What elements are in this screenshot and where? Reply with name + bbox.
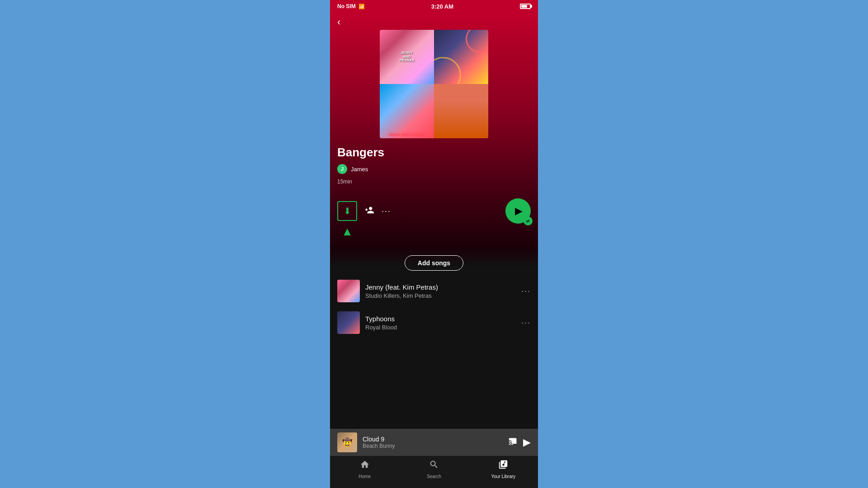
status-bar: No SIM 📶 3:20 AM xyxy=(330,0,538,13)
controls-row: ⬇ ▲ ··· ▶ ⇌ xyxy=(330,197,538,228)
cover-art-royal-blood xyxy=(434,30,488,84)
playlist-duration: 15min xyxy=(337,178,531,185)
song-item-2: Typhoons Royal Blood ··· xyxy=(330,307,538,338)
song-thumb-2 xyxy=(337,311,360,334)
cover-cell-1: JENNYANDPETRAS xyxy=(380,30,434,84)
back-row: ‹ xyxy=(330,13,538,30)
cover-art-desert xyxy=(434,84,488,138)
cast-icon[interactable] xyxy=(509,437,518,448)
song-title-1: Jenny (feat. Kim Petras) xyxy=(365,283,516,291)
status-right xyxy=(520,4,531,9)
cover-art-fnf: FRIDAY NIGHT FUNKIN' xyxy=(380,84,434,138)
rb-circle-1 xyxy=(466,30,488,52)
shuffle-badge: ⇌ xyxy=(524,216,533,225)
battery-fill xyxy=(521,5,528,8)
now-playing-controls: ▶ xyxy=(509,436,531,448)
now-playing-info: Cloud 9 Beach Bunny xyxy=(363,436,503,449)
cover-art-jenny: JENNYANDPETRAS xyxy=(400,51,414,63)
shuffle-icon: ⇌ xyxy=(526,219,530,223)
now-playing-artist: Beach Bunny xyxy=(363,443,503,449)
back-button[interactable]: ‹ xyxy=(337,17,340,27)
add-friend-icon xyxy=(364,205,374,215)
arrow-spacer xyxy=(330,228,538,248)
now-playing-thumbnail: 🤠 xyxy=(337,432,357,452)
now-playing-thumb-emoji: 🤠 xyxy=(342,437,352,447)
arrow-indicator: ▲ xyxy=(341,225,353,237)
main-content: Add songs Jenny (feat. Kim Petras) Studi… xyxy=(330,248,538,429)
song-artist-1: Studio Killers, Kim Petras xyxy=(365,292,516,299)
song-more-button-2[interactable]: ··· xyxy=(521,318,531,328)
wifi-icon: 📶 xyxy=(359,4,365,9)
song-title-2: Typhoons xyxy=(365,315,516,323)
author-name: James xyxy=(351,166,368,173)
fnf-text: FRIDAY NIGHT FUNKIN' xyxy=(389,133,425,136)
song-thumb-1 xyxy=(337,280,360,302)
playlist-info: Bangers J James 15min xyxy=(330,145,538,197)
download-wrapper: ⬇ ▲ xyxy=(337,201,357,221)
nav-label-home: Home xyxy=(359,474,371,479)
library-icon xyxy=(498,460,508,472)
nav-label-search: Search xyxy=(427,474,441,479)
song-info-1: Jenny (feat. Kim Petras) Studio Killers,… xyxy=(365,283,516,299)
cover-grid: JENNYANDPETRAS FRIDAY NIGHT FUNKIN' xyxy=(380,30,488,138)
sim-status: No SIM xyxy=(337,3,356,9)
song-info-2: Typhoons Royal Blood xyxy=(365,315,516,331)
song-item-1: Jenny (feat. Kim Petras) Studio Killers,… xyxy=(330,275,538,307)
play-icon: ▶ xyxy=(515,205,523,217)
playlist-author-row: J James xyxy=(337,164,531,174)
phone-screen: No SIM 📶 3:20 AM ‹ JENNYANDPETRAS xyxy=(330,0,538,488)
nav-item-home[interactable]: Home xyxy=(330,460,399,479)
now-playing-play-button[interactable]: ▶ xyxy=(523,436,531,448)
add-songs-button[interactable]: Add songs xyxy=(405,255,463,271)
song-artist-2: Royal Blood xyxy=(365,324,516,331)
add-songs-container: Add songs xyxy=(330,248,538,275)
nav-item-search[interactable]: Search xyxy=(399,460,468,479)
cover-art-container: JENNYANDPETRAS FRIDAY NIGHT FUNKIN' xyxy=(330,30,538,145)
playlist-title: Bangers xyxy=(337,145,531,160)
status-left: No SIM 📶 xyxy=(337,3,365,9)
download-icon: ⬇ xyxy=(344,206,351,216)
search-icon xyxy=(429,460,439,472)
cover-cell-3: FRIDAY NIGHT FUNKIN' xyxy=(380,84,434,138)
cover-cell-2 xyxy=(434,30,488,84)
home-icon xyxy=(360,460,370,472)
play-shuffle-container: ▶ ⇌ xyxy=(505,198,531,224)
now-playing-bar[interactable]: 🤠 Cloud 9 Beach Bunny ▶ xyxy=(330,429,538,456)
more-options-button[interactable]: ··· xyxy=(382,206,391,216)
status-time: 3:20 AM xyxy=(431,3,453,10)
author-avatar: J xyxy=(337,164,347,174)
battery-icon xyxy=(520,4,531,9)
header-area: ‹ JENNYANDPETRAS FRIDAY NIGHT FUNKIN' xyxy=(330,13,538,248)
rb-circle-2 xyxy=(434,57,461,84)
now-playing-title: Cloud 9 xyxy=(363,436,503,443)
cover-cell-4 xyxy=(434,84,488,138)
bottom-nav: Home Search Your Library xyxy=(330,456,538,488)
nav-item-library[interactable]: Your Library xyxy=(469,460,538,479)
song-more-button-1[interactable]: ··· xyxy=(521,286,531,296)
nav-label-library: Your Library xyxy=(491,474,516,479)
add-friend-button[interactable] xyxy=(364,205,374,217)
song-list: Jenny (feat. Kim Petras) Studio Killers,… xyxy=(330,275,538,429)
download-button[interactable]: ⬇ xyxy=(337,201,357,221)
